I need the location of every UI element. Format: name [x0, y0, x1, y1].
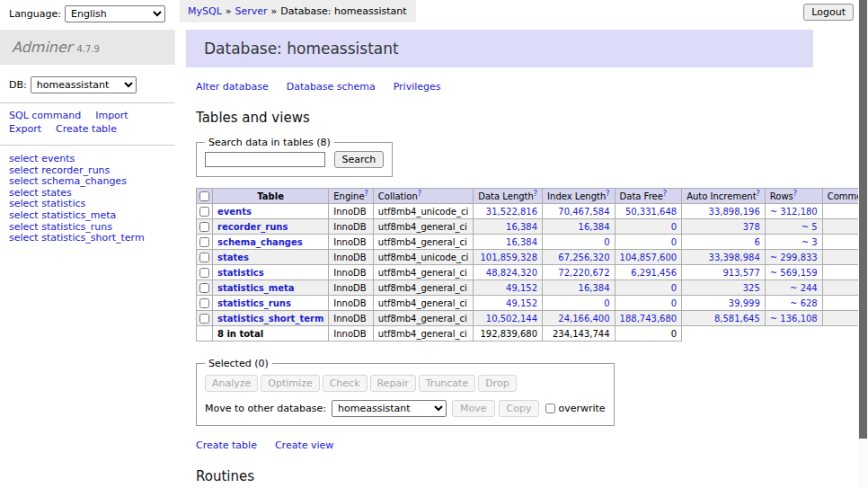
create-table-link[interactable]: Create table	[56, 123, 117, 135]
create-view-link[interactable]: Create view	[275, 439, 333, 451]
db-select[interactable]: homeassistant	[31, 76, 137, 93]
table-name-link[interactable]: statistics_runs	[217, 298, 291, 308]
data_length-link[interactable]: 16,384	[506, 222, 537, 232]
language-select[interactable]: English	[65, 5, 165, 22]
rows-link[interactable]: ~ 299,833	[770, 253, 818, 262]
index_length-link[interactable]: 70,467,584	[558, 207, 609, 217]
rows-link[interactable]: ~ 628	[790, 298, 818, 308]
collation-cell: utf8mb4_general_ci	[373, 235, 473, 250]
help-link[interactable]: ?	[606, 189, 609, 197]
row-checkbox[interactable]	[199, 207, 209, 217]
scrollbar-thumb[interactable]	[859, 0, 867, 439]
logout-button[interactable]: Logout	[803, 4, 854, 21]
table-name-link[interactable]: schema_changes	[217, 237, 303, 247]
index_length-link[interactable]: 16,384	[579, 222, 610, 232]
select-statistics-short-term-link[interactable]: select statistics_short_term	[9, 233, 175, 244]
row-checkbox[interactable]	[199, 268, 209, 278]
auto_increment-link[interactable]: 33,398,984	[709, 253, 760, 262]
rows-link[interactable]: ~ 569,159	[770, 268, 818, 278]
help-link[interactable]: ?	[793, 189, 797, 197]
overwrite-checkbox[interactable]	[545, 404, 555, 413]
auto_increment-link[interactable]: 8,581,645	[714, 314, 760, 324]
index_length-link[interactable]: 24,166,400	[558, 314, 609, 324]
index_length-link[interactable]: 0	[604, 298, 609, 308]
index_length-link[interactable]: 0	[604, 237, 609, 247]
copy-button[interactable]: Copy	[499, 400, 540, 417]
rows-link[interactable]: ~ 3	[802, 237, 818, 247]
table-name-link[interactable]: events	[217, 207, 252, 217]
select-schema-changes-link[interactable]: select schema_changes	[9, 176, 175, 188]
export-link[interactable]: Export	[9, 123, 41, 135]
breadcrumb-mysql[interactable]: MySQL	[188, 5, 222, 17]
search-input[interactable]	[205, 152, 325, 167]
analyze-button[interactable]: Analyze	[205, 375, 258, 392]
index_length-link[interactable]: 72,220,672	[558, 268, 609, 278]
auto_increment-link[interactable]: 913,577	[722, 268, 759, 278]
truncate-button[interactable]: Truncate	[419, 375, 475, 392]
data_free-link[interactable]: 0	[671, 222, 677, 232]
rows-link[interactable]: ~ 312,180	[770, 207, 818, 217]
select-statistics-meta-link[interactable]: select statistics_meta	[9, 210, 175, 222]
row-checkbox[interactable]	[199, 253, 209, 262]
table-name-link[interactable]: statistics	[217, 268, 264, 278]
data_length-link[interactable]: 49,152	[506, 283, 537, 293]
create-table-link[interactable]: Create table	[196, 439, 257, 451]
breadcrumb-server[interactable]: Server	[235, 5, 268, 17]
help-link[interactable]: ?	[757, 189, 760, 197]
data_free-link[interactable]: 188,743,680	[620, 314, 678, 324]
help-link[interactable]: ?	[418, 189, 421, 197]
row-checkbox[interactable]	[199, 314, 209, 324]
search-button[interactable]: Search	[334, 151, 385, 168]
row-checkbox[interactable]	[199, 237, 209, 247]
auto_increment-link[interactable]: 378	[743, 222, 760, 232]
data_length-link[interactable]: 101,859,328	[480, 253, 537, 262]
data_free-link[interactable]: 50,331,648	[625, 207, 677, 217]
help-link[interactable]: ?	[663, 189, 667, 197]
auto_increment-link[interactable]: 6	[754, 237, 759, 247]
data_length-link[interactable]: 48,824,320	[486, 268, 537, 278]
data_length-link[interactable]: 49,152	[506, 298, 537, 308]
rows-link[interactable]: ~ 5	[802, 222, 818, 232]
optimize-button[interactable]: Optimize	[261, 375, 319, 392]
data_free-link[interactable]: 0	[671, 298, 677, 308]
rows-link[interactable]: ~ 244	[790, 283, 818, 293]
index_length-link[interactable]: 16,384	[579, 283, 610, 293]
row-checkbox[interactable]	[199, 283, 209, 293]
data_length-link[interactable]: 31,522,816	[486, 207, 537, 217]
help-link[interactable]: ?	[365, 189, 368, 197]
auto_increment-link[interactable]: 33,898,196	[709, 207, 760, 217]
table-name-link[interactable]: states	[217, 253, 249, 262]
table-name-link[interactable]: statistics_meta	[217, 283, 294, 293]
index_length-link[interactable]: 67,256,320	[558, 253, 609, 262]
auto_increment-link[interactable]: 39,999	[729, 298, 760, 308]
check-button[interactable]: Check	[323, 375, 368, 392]
app-name[interactable]: Adminer	[12, 39, 72, 56]
vertical-scrollbar[interactable]	[858, 0, 868, 488]
help-link[interactable]: ?	[534, 189, 537, 197]
repair-button[interactable]: Repair	[370, 375, 416, 392]
database-schema-link[interactable]: Database schema	[287, 81, 376, 93]
row-checkbox[interactable]	[199, 222, 209, 232]
data_free-link[interactable]: 6,291,456	[631, 268, 677, 278]
import-link[interactable]: Import	[95, 110, 128, 121]
total-label: 8 in total	[213, 326, 329, 342]
alter-database-link[interactable]: Alter database	[196, 81, 269, 93]
select-events-link[interactable]: select events	[9, 154, 175, 165]
table-name-link[interactable]: recorder_runs	[217, 222, 288, 232]
move-button[interactable]: Move	[452, 400, 495, 417]
move-database-select[interactable]: homeassistant	[332, 400, 447, 417]
app-version[interactable]: 4.7.9	[76, 44, 99, 54]
rows-link[interactable]: ~ 136,108	[770, 314, 818, 324]
data_length-link[interactable]: 10,502,144	[486, 314, 537, 324]
data_length-link[interactable]: 16,384	[506, 237, 537, 247]
privileges-link[interactable]: Privileges	[394, 81, 441, 93]
sql-command-link[interactable]: SQL command	[9, 110, 81, 121]
row-checkbox[interactable]	[199, 298, 209, 308]
data_free-link[interactable]: 0	[671, 283, 677, 293]
data_free-link[interactable]: 104,857,600	[620, 253, 678, 262]
select-all-checkbox[interactable]	[199, 191, 209, 201]
auto_increment-link[interactable]: 325	[743, 283, 760, 293]
drop-button[interactable]: Drop	[478, 375, 516, 392]
data_free-link[interactable]: 0	[671, 237, 677, 247]
table-name-link[interactable]: statistics_short_term	[217, 314, 323, 324]
